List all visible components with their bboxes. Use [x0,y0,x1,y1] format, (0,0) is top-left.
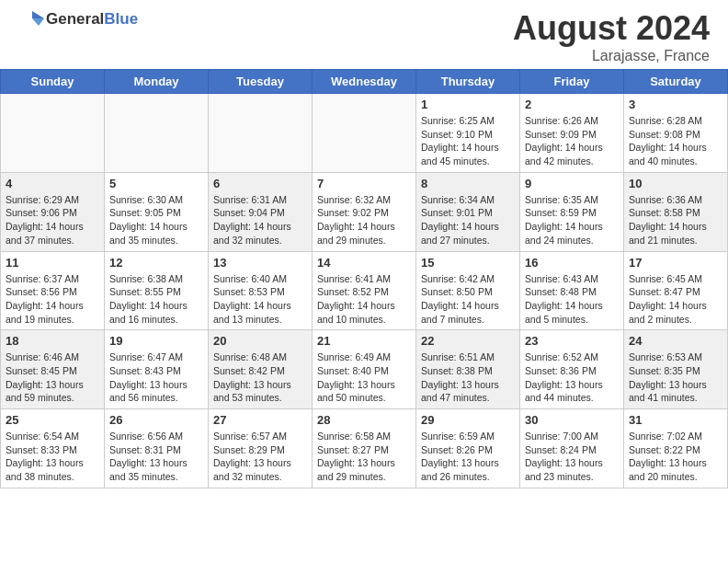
day-info: Sunrise: 6:43 AM Sunset: 8:48 PM Dayligh… [525,272,619,327]
day-info: Sunrise: 6:42 AM Sunset: 8:50 PM Dayligh… [421,272,515,327]
day-number: 2 [525,98,619,111]
day-info: Sunrise: 6:45 AM Sunset: 8:47 PM Dayligh… [629,272,722,327]
col-friday: Friday [520,70,624,94]
table-row: 22Sunrise: 6:51 AM Sunset: 8:38 PM Dayli… [416,330,520,409]
day-info: Sunrise: 6:34 AM Sunset: 9:01 PM Dayligh… [421,193,515,247]
day-info: Sunrise: 6:54 AM Sunset: 8:33 PM Dayligh… [6,430,99,484]
day-info: Sunrise: 6:26 AM Sunset: 9:09 PM Dayligh… [525,114,619,168]
table-row: 26Sunrise: 6:56 AM Sunset: 8:31 PM Dayli… [105,409,209,488]
day-info: Sunrise: 6:48 AM Sunset: 8:42 PM Dayligh… [213,350,307,405]
day-number: 15 [421,256,515,270]
day-number: 9 [525,177,619,190]
table-row: 11Sunrise: 6:37 AM Sunset: 8:56 PM Dayli… [1,251,105,330]
calendar-header-row: Sunday Monday Tuesday Wednesday Thursday… [1,70,728,94]
table-row: 9Sunrise: 6:35 AM Sunset: 8:59 PM Daylig… [520,172,624,251]
page-header: GeneralBlue August 2024 Larajasse, Franc… [0,0,728,69]
day-number: 31 [629,413,722,427]
day-number: 21 [317,334,411,348]
col-sunday: Sunday [1,70,105,94]
table-row: 17Sunrise: 6:45 AM Sunset: 8:47 PM Dayli… [624,251,728,330]
day-info: Sunrise: 6:57 AM Sunset: 8:29 PM Dayligh… [213,430,307,484]
day-info: Sunrise: 6:51 AM Sunset: 8:38 PM Dayligh… [421,350,515,405]
table-row: 19Sunrise: 6:47 AM Sunset: 8:43 PM Dayli… [105,330,209,409]
table-row: 25Sunrise: 6:54 AM Sunset: 8:33 PM Dayli… [1,409,105,488]
table-row: 24Sunrise: 6:53 AM Sunset: 8:35 PM Dayli… [624,330,728,409]
day-info: Sunrise: 7:00 AM Sunset: 8:24 PM Dayligh… [525,430,619,484]
day-info: Sunrise: 6:28 AM Sunset: 9:08 PM Dayligh… [629,114,722,168]
logo: GeneralBlue [18,9,138,29]
day-number: 25 [6,413,99,427]
col-saturday: Saturday [624,70,728,94]
day-number: 22 [421,334,515,348]
calendar-week-row: 1Sunrise: 6:25 AM Sunset: 9:10 PM Daylig… [1,94,728,173]
table-row [105,94,209,173]
logo-icon [18,9,46,29]
table-row [1,94,105,173]
table-row: 14Sunrise: 6:41 AM Sunset: 8:52 PM Dayli… [313,251,416,330]
table-row [313,94,416,173]
day-number: 3 [629,98,722,111]
day-number: 24 [629,334,722,348]
calendar-week-row: 25Sunrise: 6:54 AM Sunset: 8:33 PM Dayli… [1,409,728,488]
day-info: Sunrise: 6:58 AM Sunset: 8:27 PM Dayligh… [317,430,411,484]
day-number: 16 [525,256,619,270]
day-number: 14 [317,256,411,270]
table-row: 2Sunrise: 6:26 AM Sunset: 9:09 PM Daylig… [520,94,624,173]
day-info: Sunrise: 6:46 AM Sunset: 8:45 PM Dayligh… [6,350,99,405]
day-info: Sunrise: 6:38 AM Sunset: 8:55 PM Dayligh… [109,272,203,327]
day-number: 4 [6,177,99,190]
day-info: Sunrise: 6:41 AM Sunset: 8:52 PM Dayligh… [317,272,411,327]
table-row: 18Sunrise: 6:46 AM Sunset: 8:45 PM Dayli… [1,330,105,409]
calendar-week-row: 18Sunrise: 6:46 AM Sunset: 8:45 PM Dayli… [1,330,728,409]
day-info: Sunrise: 6:29 AM Sunset: 9:06 PM Dayligh… [6,193,99,247]
day-number: 8 [421,177,515,190]
day-number: 23 [525,334,619,348]
day-info: Sunrise: 6:56 AM Sunset: 8:31 PM Dayligh… [109,430,203,484]
day-info: Sunrise: 7:02 AM Sunset: 8:22 PM Dayligh… [629,430,722,484]
day-info: Sunrise: 6:36 AM Sunset: 8:58 PM Dayligh… [629,193,722,247]
day-info: Sunrise: 6:49 AM Sunset: 8:40 PM Dayligh… [317,350,411,405]
table-row: 23Sunrise: 6:52 AM Sunset: 8:36 PM Dayli… [520,330,624,409]
table-row: 27Sunrise: 6:57 AM Sunset: 8:29 PM Dayli… [209,409,313,488]
col-monday: Monday [105,70,209,94]
day-info: Sunrise: 6:47 AM Sunset: 8:43 PM Dayligh… [109,350,203,405]
table-row: 28Sunrise: 6:58 AM Sunset: 8:27 PM Dayli… [313,409,416,488]
logo-blue-text: Blue [104,10,138,29]
table-row: 31Sunrise: 7:02 AM Sunset: 8:22 PM Dayli… [624,409,728,488]
day-number: 6 [213,177,307,190]
day-info: Sunrise: 6:37 AM Sunset: 8:56 PM Dayligh… [6,272,99,327]
table-row: 10Sunrise: 6:36 AM Sunset: 8:58 PM Dayli… [624,172,728,251]
table-row: 29Sunrise: 6:59 AM Sunset: 8:26 PM Dayli… [416,409,520,488]
day-info: Sunrise: 6:31 AM Sunset: 9:04 PM Dayligh… [213,193,307,247]
day-number: 11 [6,256,99,270]
table-row: 30Sunrise: 7:00 AM Sunset: 8:24 PM Dayli… [520,409,624,488]
day-info: Sunrise: 6:35 AM Sunset: 8:59 PM Dayligh… [525,193,619,247]
table-row: 21Sunrise: 6:49 AM Sunset: 8:40 PM Dayli… [313,330,416,409]
day-info: Sunrise: 6:32 AM Sunset: 9:02 PM Dayligh… [317,193,411,247]
month-year-title: August 2024 [513,9,710,48]
table-row: 6Sunrise: 6:31 AM Sunset: 9:04 PM Daylig… [209,172,313,251]
day-info: Sunrise: 6:52 AM Sunset: 8:36 PM Dayligh… [525,350,619,405]
day-info: Sunrise: 6:53 AM Sunset: 8:35 PM Dayligh… [629,350,722,405]
table-row: 8Sunrise: 6:34 AM Sunset: 9:01 PM Daylig… [416,172,520,251]
location-subtitle: Larajasse, France [513,48,710,64]
day-number: 18 [6,334,99,348]
day-number: 27 [213,413,307,427]
day-number: 20 [213,334,307,348]
day-number: 30 [525,413,619,427]
col-thursday: Thursday [416,70,520,94]
day-number: 19 [109,334,203,348]
calendar-week-row: 4Sunrise: 6:29 AM Sunset: 9:06 PM Daylig… [1,172,728,251]
calendar-table: Sunday Monday Tuesday Wednesday Thursday… [0,69,728,488]
table-row: 7Sunrise: 6:32 AM Sunset: 9:02 PM Daylig… [313,172,416,251]
table-row: 1Sunrise: 6:25 AM Sunset: 9:10 PM Daylig… [416,94,520,173]
day-number: 17 [629,256,722,270]
day-number: 10 [629,177,722,190]
day-number: 7 [317,177,411,190]
day-number: 28 [317,413,411,427]
day-number: 13 [213,256,307,270]
col-wednesday: Wednesday [313,70,416,94]
svg-marker-1 [32,18,44,26]
table-row: 4Sunrise: 6:29 AM Sunset: 9:06 PM Daylig… [1,172,105,251]
logo-general-text: General [46,10,104,29]
